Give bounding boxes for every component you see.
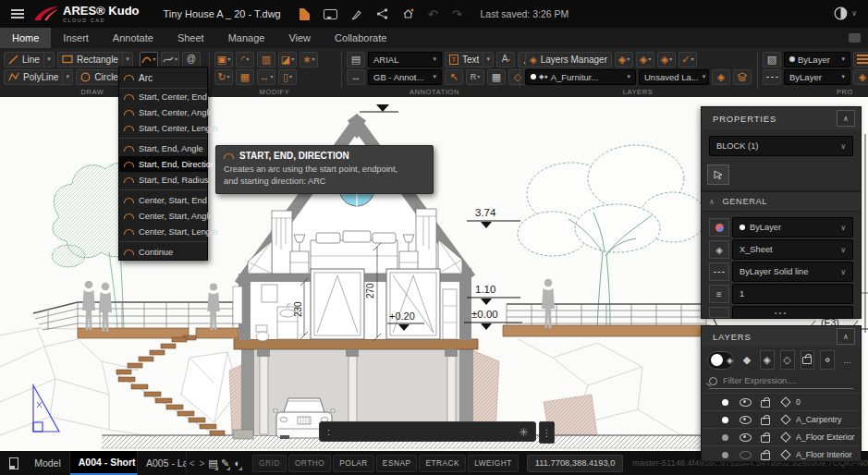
account-chevron-icon[interactable]: ∨ — [851, 9, 857, 18]
lineweight-button[interactable] — [853, 52, 868, 67]
text-tool-button[interactable]: TText ▾ — [445, 52, 494, 67]
save-icon[interactable] — [300, 8, 310, 20]
quick-draw-icon[interactable]: ✎ — [219, 455, 231, 471]
toggle-polar[interactable]: POLAR — [333, 455, 374, 472]
document-filename[interactable]: Tiny House A _ 20 - T.dwg — [164, 8, 281, 19]
layer-states-icon[interactable]: ⋄ — [820, 350, 835, 370]
layer-isolate-button[interactable]: ◈▾ — [657, 52, 676, 67]
menu-item-center-start-length[interactable]: Center, Start, Length — [119, 224, 207, 239]
tab-insert[interactable]: Insert — [51, 28, 101, 48]
unlock-icon[interactable] — [761, 453, 770, 460]
menu-item-start-end-direction[interactable]: Start, End, Direction — [119, 156, 207, 172]
visibility-eye-icon[interactable] — [740, 398, 752, 407]
new-layer-icon[interactable]: ◆ — [740, 350, 754, 370]
command-more-icon[interactable]: ⋮ — [539, 421, 555, 444]
redo-icon[interactable]: ↷ — [452, 7, 462, 21]
next-sheet-icon[interactable]: > — [197, 458, 207, 469]
sheet-options-icon[interactable]: ▤ — [207, 455, 219, 471]
color-property-select[interactable]: ByLayer∨ — [732, 217, 853, 238]
text-dropdown-caret[interactable]: ▾ — [483, 53, 493, 67]
dimension-tool-button[interactable]: ↔ — [347, 69, 365, 85]
menu-item-continue[interactable]: Continue — [119, 244, 207, 260]
sheet-tab-a005[interactable]: A005 - Larg — [138, 451, 187, 475]
lineweight-property-field[interactable]: 1 — [732, 284, 853, 304]
toggle-grid[interactable]: GRID — [252, 455, 287, 472]
panel-resize-dots[interactable]: ••• — [702, 309, 861, 317]
linetype-select[interactable]: ByLayer▾ — [784, 69, 850, 85]
layer-color-toggle[interactable]: ◈ — [707, 351, 734, 370]
layer-more-icon[interactable]: … — [840, 350, 855, 370]
menu-item-start-center-end[interactable]: Start, Center, End — [119, 89, 207, 104]
tab-home[interactable]: Home — [0, 28, 51, 48]
layer-lock-icon[interactable] — [801, 350, 815, 370]
tab-view[interactable]: View — [276, 28, 323, 48]
entity-type-select[interactable]: BLOCK (1)∨ — [709, 136, 853, 156]
spline-tool-button[interactable]: ▾ — [161, 52, 179, 67]
tab-manage[interactable]: Manage — [216, 28, 277, 48]
layer-freeze-icon[interactable]: ◇ — [780, 350, 795, 370]
rectangle-tool-button[interactable]: Rectangle ▾ — [57, 52, 133, 67]
toggle-lweight[interactable]: LWEIGHT — [468, 455, 519, 472]
rotate-tool-button[interactable]: ↻▾ — [214, 69, 233, 85]
layers-collapse-icon[interactable]: ∧ — [837, 328, 855, 345]
leader-tool-button[interactable]: ↖ — [445, 69, 463, 85]
explode-tool-button[interactable]: ∗▾ — [300, 52, 318, 67]
display-mode-icon[interactable]: ◐ — [231, 455, 243, 471]
toggle-esnap[interactable]: ESNAP — [376, 455, 418, 472]
layer-state-select[interactable]: Unsaved La...▾ — [639, 69, 709, 85]
menu-item-start-end-radius[interactable]: Start, End, Radius — [119, 172, 207, 188]
linetype-button[interactable] — [763, 69, 781, 85]
layer-color-swatch[interactable] — [722, 417, 728, 423]
region-tool-button[interactable]: @ — [182, 52, 201, 67]
select-entities-icon[interactable] — [707, 164, 729, 185]
sheet-tab-a004[interactable]: A004 - Short Se... — [70, 451, 138, 475]
stretch-tool-button[interactable]: ↔▾ — [257, 69, 275, 85]
comment-icon[interactable] — [324, 9, 337, 19]
unlock-icon[interactable] — [761, 435, 770, 443]
unlock-icon[interactable] — [761, 400, 770, 408]
tab-annotate[interactable]: Annotate — [101, 28, 165, 48]
menu-item-start-center-length[interactable]: Start, Center, Length — [119, 120, 207, 136]
arc-menu-header[interactable]: Arc — [119, 67, 207, 89]
menu-item-start-end-angle[interactable]: Start, End, Angle — [119, 140, 207, 156]
erase-tool-button[interactable]: ◪▾ — [278, 52, 297, 67]
note-tool-button[interactable]: ▤ — [347, 52, 365, 67]
layer-color-swatch[interactable] — [722, 399, 728, 406]
polyline-tool-button[interactable]: PolyLine ▾ — [4, 69, 73, 85]
hamburger-menu-icon[interactable] — [11, 13, 24, 15]
properties-collapse-icon[interactable]: ∧ — [837, 110, 855, 127]
arc-tool-button[interactable]: ▾ — [140, 52, 158, 67]
line-tool-button[interactable]: Line ▾ — [4, 52, 55, 67]
freeze-diamond-icon[interactable] — [780, 432, 790, 442]
array-tool-button[interactable]: ▥ — [257, 52, 275, 67]
layer-property-select[interactable]: X_Sheet∨ — [732, 239, 853, 260]
text-style-button[interactable]: A▪ — [496, 52, 515, 67]
toggle-ortho[interactable]: ORTHO — [288, 455, 331, 472]
menu-item-center-start-angle[interactable]: Center, Start, Angle — [119, 208, 207, 224]
ribbon-collapse-icon[interactable] — [849, 33, 861, 43]
linetype-property-select[interactable]: ByLayer Solid line∨ — [732, 262, 853, 282]
layer-previous-button[interactable]: ◈ — [712, 69, 730, 85]
copy-tool-button[interactable]: ▣▾ — [214, 52, 233, 67]
revision-tool-button[interactable]: R▾ — [466, 69, 484, 85]
tab-collaborate[interactable]: Collaborate — [323, 28, 398, 48]
freeze-diamond-icon[interactable] — [780, 396, 790, 407]
entity-color-button[interactable]: ▧ — [763, 52, 781, 67]
share-icon[interactable] — [376, 8, 388, 19]
table-tool-button[interactable]: ▦ — [487, 69, 506, 85]
layer-freeze-button[interactable]: ◈▾ — [615, 52, 633, 67]
layer-lock-button[interactable]: ◈▾ — [636, 52, 654, 67]
offset-tool-button[interactable]: ▯▾ — [278, 69, 297, 85]
visibility-eye-off-icon[interactable] — [740, 451, 752, 459]
rectangle-dropdown-caret[interactable]: ▾ — [122, 53, 132, 67]
layer-apply-button[interactable]: ✓▾ — [679, 52, 697, 67]
color-select[interactable]: ByLayer▾ — [784, 52, 850, 67]
freeze-diamond-icon[interactable] — [780, 449, 790, 459]
layer-filter-input[interactable]: Filter Expression.... — [709, 376, 853, 389]
undo-icon[interactable]: ↶ — [428, 7, 438, 21]
command-input[interactable]: : — [319, 421, 536, 442]
active-layer-select[interactable]: ◆●A_Furnitur...▾ — [525, 69, 636, 85]
layer-walk-button[interactable] — [733, 69, 752, 85]
tab-sheet[interactable]: Sheet — [165, 28, 216, 48]
layout-icon[interactable] — [9, 457, 18, 469]
